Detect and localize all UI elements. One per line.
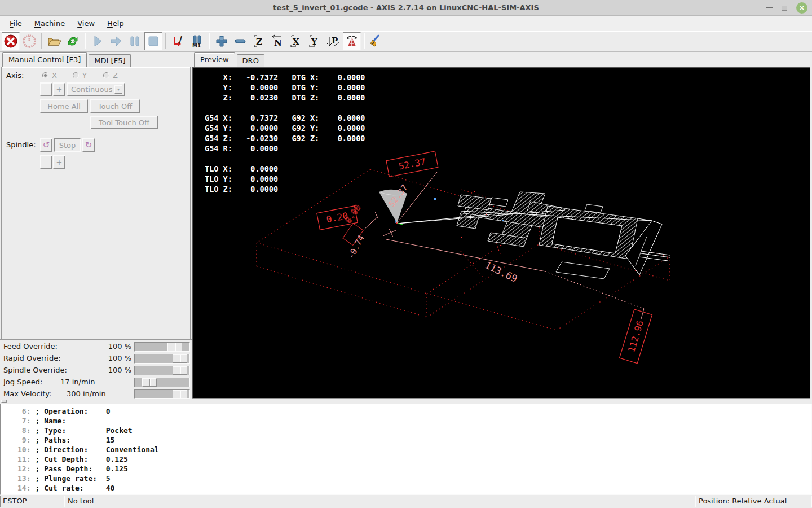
- jog-speed-slider[interactable]: [134, 378, 190, 387]
- radio-circle: [42, 72, 48, 78]
- spindle-stop-button[interactable]: Stop: [54, 138, 81, 152]
- svg-text:112.96: 112.96: [626, 319, 646, 353]
- gcode-line[interactable]: 10:; Direction: Conventional: [17, 445, 811, 454]
- axis-radio-x[interactable]: X: [42, 71, 57, 80]
- menu-view[interactable]: View: [72, 17, 100, 29]
- jog-plus-button[interactable]: +: [53, 82, 65, 96]
- svg-text:113.69: 113.69: [483, 259, 519, 284]
- estop-icon: [3, 34, 18, 49]
- touch-off-button[interactable]: Touch Off: [90, 99, 140, 113]
- close-button[interactable]: ×: [796, 2, 807, 14]
- svg-text:N: N: [274, 38, 282, 48]
- spindle-minus-button[interactable]: -: [40, 155, 52, 169]
- open-file-button[interactable]: [45, 32, 63, 50]
- rotate-view-button[interactable]: [343, 32, 361, 50]
- override-sliders: Feed Override: 100 % Rapid Override: 100…: [0, 339, 192, 399]
- feed-override-slider[interactable]: [134, 342, 190, 352]
- spindle-ccw-button[interactable]: ↺: [40, 138, 52, 152]
- axis-label: Axis:: [6, 71, 24, 80]
- title-bar: test_5_invert_01.gcode - AXIS 2.7.14 on …: [0, 0, 812, 16]
- gcode-line[interactable]: 7:; Name:: [17, 416, 811, 426]
- view-y-button[interactable]: Y: [306, 32, 324, 50]
- gcode-line[interactable]: 6:; Operation: 0: [17, 406, 811, 416]
- zoom-out-button[interactable]: [231, 32, 249, 50]
- manual-control-panel: Axis: X Y Z - + Continuous ▾ Home All To…: [1, 67, 191, 339]
- slider-handle[interactable]: [173, 366, 187, 375]
- svg-text:Y: Y: [311, 37, 317, 47]
- view-z-rotated-button[interactable]: N: [268, 32, 286, 50]
- spindle-override-slider[interactable]: [134, 366, 190, 375]
- spindle-plus-button[interactable]: +: [53, 155, 65, 169]
- skip-lines-icon: /: [171, 34, 186, 49]
- gcode-listing[interactable]: 6:; Operation: 0 7:; Name: 8:; Type: Poc…: [0, 404, 812, 495]
- estop-button[interactable]: [2, 32, 20, 50]
- jog-mode-dropdown[interactable]: Continuous ▾: [67, 82, 125, 96]
- main-area: Manual Control [F3] MDI [F5] Axis: X Y Z…: [0, 52, 812, 399]
- left-panel: Manual Control [F3] MDI [F5] Axis: X Y Z…: [0, 52, 192, 399]
- jog-speed-value: 17 in/min: [60, 378, 95, 386]
- slider-handle[interactable]: [142, 378, 157, 387]
- optional-pause-button[interactable]: M1: [188, 32, 206, 50]
- gcode-line[interactable]: 8:; Type: Pocket: [17, 426, 811, 435]
- gcode-line[interactable]: 12:; Pass Depth: 0.125: [17, 464, 811, 474]
- jog-speed-label: Jog Speed:: [3, 378, 42, 386]
- m1-pause-icon: M1: [189, 34, 204, 49]
- spindle-ccw-icon: ↺: [43, 141, 50, 150]
- svg-text:M1: M1: [192, 43, 201, 49]
- axis-radio-z[interactable]: Z: [103, 71, 118, 80]
- view-x-icon: X: [289, 34, 303, 49]
- view-x-button[interactable]: X: [287, 32, 305, 50]
- step-button[interactable]: [107, 32, 125, 50]
- jog-minus-button[interactable]: -: [40, 82, 52, 96]
- restore-button[interactable]: [782, 6, 787, 11]
- pause-button[interactable]: [126, 32, 144, 50]
- sash-grip-icon[interactable]: [1, 400, 7, 403]
- view-perspective-icon: P: [326, 34, 341, 49]
- window-title: test_5_invert_01.gcode - AXIS 2.7.14 on …: [273, 3, 539, 12]
- run-button[interactable]: [89, 32, 107, 50]
- tool-touch-off-button[interactable]: Tool Touch Off: [90, 116, 158, 129]
- machine-power-button[interactable]: [20, 32, 38, 50]
- open-folder-icon: [47, 34, 61, 49]
- slider-handle[interactable]: [173, 354, 187, 363]
- tab-dro[interactable]: DRO: [237, 54, 264, 67]
- gcode-line[interactable]: 9:; Paths: 15: [17, 435, 811, 445]
- splitter-sash[interactable]: [0, 399, 812, 404]
- spindle-cw-button[interactable]: ↻: [82, 138, 95, 152]
- reload-icon: [65, 34, 80, 49]
- gcode-line[interactable]: 14:; Cut rate: 40: [17, 483, 811, 493]
- rapid-override-slider[interactable]: [134, 354, 190, 364]
- feed-override-row: Feed Override: 100 %: [0, 341, 192, 353]
- tab-preview[interactable]: Preview: [194, 52, 235, 67]
- menu-help[interactable]: Help: [102, 17, 129, 29]
- menu-file[interactable]: File: [5, 17, 27, 29]
- axis-radio-y[interactable]: Y: [73, 71, 87, 80]
- tab-manual-control[interactable]: Manual Control [F3]: [2, 52, 87, 67]
- toolpath-geometry: [397, 191, 670, 279]
- dro-readout: X: -0.7372 DTG X: 0.0000 Y: 0.0000 DTG Y…: [205, 72, 365, 194]
- preview-canvas[interactable]: 52.37 52.37 0.20 0.00 -0.74: [192, 67, 810, 399]
- menu-machine[interactable]: Machine: [29, 17, 70, 29]
- max-velocity-label: Max Velocity:: [3, 389, 51, 398]
- minimize-button[interactable]: [766, 7, 773, 8]
- max-velocity-slider[interactable]: [134, 389, 190, 399]
- view-z-button[interactable]: Z: [250, 32, 268, 50]
- view-perspective-button[interactable]: P: [324, 32, 342, 50]
- slider-handle[interactable]: [173, 390, 187, 398]
- gcode-line[interactable]: 11:; Cut Depth: 0.125: [17, 454, 811, 464]
- home-all-button[interactable]: Home All: [40, 99, 88, 113]
- status-tool: No tool: [65, 496, 696, 507]
- reload-button[interactable]: [64, 32, 82, 50]
- stop-button[interactable]: [144, 32, 162, 50]
- skip-lines-button[interactable]: /: [169, 32, 187, 50]
- toolbar: / M1 Z N X: [0, 31, 812, 52]
- tab-mdi[interactable]: MDI [F5]: [89, 54, 131, 67]
- toolbar-separator: [165, 33, 166, 49]
- gcode-line[interactable]: 13:; Plunge rate: 5: [17, 474, 811, 483]
- zoom-in-button[interactable]: [213, 32, 231, 50]
- slider-handle[interactable]: [167, 343, 182, 351]
- rapid-override-label: Rapid Override:: [3, 354, 61, 362]
- clear-plot-button[interactable]: [368, 32, 386, 50]
- right-panel: Preview DRO: [192, 52, 812, 399]
- feed-override-label: Feed Override:: [3, 342, 58, 351]
